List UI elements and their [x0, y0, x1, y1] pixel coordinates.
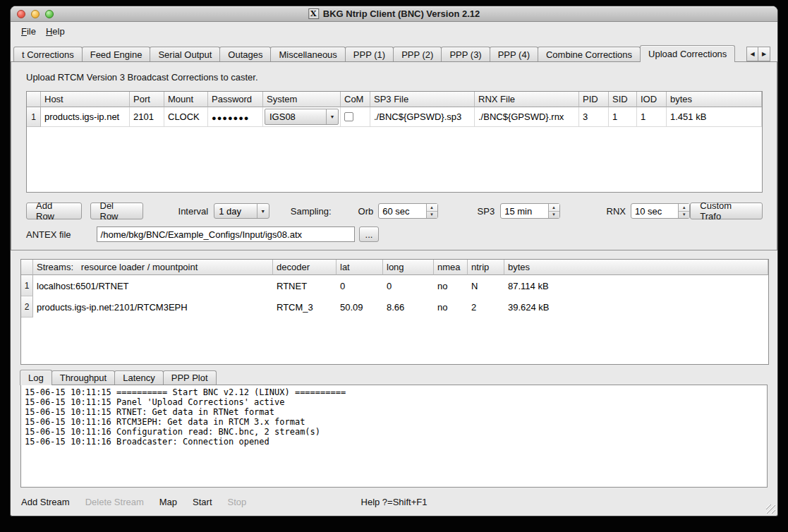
upload-table: Host Port Mount Password System CoM SP3 …: [26, 91, 763, 193]
interval-combobox[interactable]: 1 day ▼: [214, 203, 269, 219]
streams-header-row: Streams: resource loader / mountpoint de…: [21, 260, 768, 275]
col-header-com: CoM: [341, 92, 370, 107]
lat-cell: 50.09: [337, 296, 383, 318]
iod-cell[interactable]: 1: [637, 107, 667, 127]
upload-controls-row: Add Row Del Row Interval 1 day ▼ Samplin…: [26, 202, 763, 219]
mount-cell[interactable]: CLOCK: [164, 107, 208, 127]
col-header-host: Host: [41, 92, 130, 107]
long-cell: 8.66: [383, 296, 434, 318]
tab-serial-output[interactable]: Serial Output: [150, 47, 220, 61]
map-button[interactable]: Map: [159, 497, 177, 507]
rnx-file-cell[interactable]: ./BNC${GPSWD}.rnx: [475, 107, 579, 127]
table-corner: [27, 92, 41, 107]
rnx-sampling-spinbox[interactable]: 10 sec ▲ ▼: [631, 203, 690, 219]
sp3-sampling-spinbox[interactable]: 15 min ▲ ▼: [500, 203, 559, 219]
tab-scroll-left-icon[interactable]: ◀: [746, 47, 758, 61]
bottom-button-bar: Add Stream Delete Stream Map Start Stop …: [11, 488, 777, 516]
tab-feed-engine[interactable]: Feed Engine: [82, 47, 151, 61]
system-cell: IGS08 ▼: [263, 107, 341, 127]
menu-file[interactable]: File: [16, 24, 41, 39]
spin-up-icon[interactable]: ▲: [549, 204, 559, 212]
antex-browse-button[interactable]: ...: [359, 226, 380, 242]
log-line: 15-06-15 10:11:15 ========== Start BNC v…: [25, 387, 763, 397]
tab-ppp-4[interactable]: PPP (4): [490, 47, 538, 61]
col-header-nmea: nmea: [434, 260, 468, 275]
tab-throughput[interactable]: Throughput: [51, 370, 116, 385]
add-row-button[interactable]: Add Row: [26, 202, 82, 219]
tab-broadcast-corrections[interactable]: t Corrections: [13, 47, 83, 61]
add-stream-button[interactable]: Add Stream: [21, 497, 70, 507]
password-cell[interactable]: ●●●●●●●: [208, 107, 263, 127]
spin-down-icon[interactable]: ▼: [549, 212, 559, 219]
port-cell[interactable]: 2101: [130, 107, 164, 127]
col-header-long: long: [383, 260, 434, 275]
minimize-button[interactable]: [31, 10, 40, 18]
spin-down-icon[interactable]: ▼: [427, 212, 437, 219]
col-header-bytes: bytes: [667, 92, 762, 107]
tab-outages[interactable]: Outages: [219, 47, 271, 61]
sp3-sampling-value: 15 min: [501, 204, 547, 218]
antex-file-input[interactable]: /home/bkg/BNC/Example_Configs/Input/igs0…: [97, 226, 355, 242]
tab-ppp-3[interactable]: PPP (3): [441, 47, 490, 61]
resize-grip[interactable]: [766, 504, 775, 514]
tab-upload-corrections[interactable]: Upload Corrections: [640, 45, 735, 62]
sp3-file-cell[interactable]: ./BNC${GPSWD}.sp3: [370, 107, 475, 127]
traffic-lights: [17, 10, 54, 18]
tab-miscellaneous[interactable]: Miscellaneous: [270, 47, 345, 61]
tab-latency[interactable]: Latency: [114, 370, 164, 385]
stream-row[interactable]: 1 localhost:6501/RTNET RTNET 0 0 no N 87…: [21, 275, 768, 296]
menu-help[interactable]: Help: [41, 24, 70, 39]
sp3-label: SP3: [478, 206, 495, 217]
rnx-sampling-value: 10 sec: [631, 204, 678, 218]
orb-sampling-spinbox[interactable]: 60 sec ▲ ▼: [378, 203, 437, 219]
com-checkbox[interactable]: [344, 112, 353, 121]
tab-log[interactable]: Log: [20, 370, 52, 385]
log-line: 15-06-15 10:11:16 Configuration read: BN…: [25, 427, 763, 437]
panel-description: Upload RTCM Version 3 Broadcast Correcti…: [26, 72, 763, 83]
spin-up-icon[interactable]: ▲: [427, 204, 437, 212]
log-output[interactable]: 15-06-15 10:11:15 ========== Start BNC v…: [20, 385, 768, 488]
row-number[interactable]: 1: [27, 107, 41, 127]
col-header-lat: lat: [337, 260, 383, 275]
system-combobox[interactable]: IGS08 ▼: [265, 109, 339, 125]
tab-ppp-1[interactable]: PPP (1): [345, 47, 394, 61]
pid-cell[interactable]: 3: [579, 107, 609, 127]
tab-scroll-buttons: ◀ ▶: [746, 47, 770, 61]
stream-row[interactable]: 2 products.igs-ip.net:2101/RTCM3EPH RTCM…: [21, 296, 768, 318]
upload-row[interactable]: 1 products.igs-ip.net 2101 CLOCK ●●●●●●●…: [27, 107, 762, 127]
col-header-bytes: bytes: [504, 260, 768, 275]
orb-spin-buttons: ▲ ▼: [426, 204, 437, 218]
row-number[interactable]: 2: [21, 296, 33, 318]
zoom-button[interactable]: [45, 10, 54, 18]
col-header-system: System: [263, 92, 341, 107]
custom-trafo-button[interactable]: Custom Trafo: [690, 202, 763, 219]
bnc-window: X BKG Ntrip Client (BNC) Version 2.12 Fi…: [10, 6, 778, 516]
table-corner: [21, 260, 33, 275]
row-number[interactable]: 1: [21, 275, 33, 296]
chevron-down-icon: ▼: [326, 109, 338, 124]
title-bar[interactable]: X BKG Ntrip Client (BNC) Version 2.12: [11, 6, 777, 22]
del-row-button[interactable]: Del Row: [90, 202, 143, 219]
rnx-label: RNX: [607, 206, 626, 217]
tab-ppp-plot[interactable]: PPP Plot: [163, 370, 217, 385]
com-cell: [341, 107, 370, 127]
interval-label: Interval: [178, 206, 209, 217]
decoder-cell: RTNET: [273, 275, 337, 296]
tab-ppp-2[interactable]: PPP (2): [393, 47, 442, 61]
help-shortcut-label: Help ?=Shift+F1: [361, 497, 428, 507]
log-line: 15-06-15 10:11:16 RTCM3EPH: Get data in …: [25, 417, 763, 427]
streams-table: Streams: resource loader / mountpoint de…: [20, 259, 769, 365]
col-header-mount: Mount: [164, 92, 208, 107]
delete-stream-button: Delete Stream: [85, 497, 144, 507]
tab-combine-corrections[interactable]: Combine Corrections: [538, 47, 641, 61]
bytes-cell: 39.624 kB: [504, 296, 768, 318]
tab-scroll-right-icon[interactable]: ▶: [758, 47, 770, 61]
sid-cell[interactable]: 1: [609, 107, 637, 127]
spin-up-icon[interactable]: ▲: [679, 204, 689, 212]
spin-down-icon[interactable]: ▼: [679, 212, 689, 219]
host-cell[interactable]: products.igs-ip.net: [41, 107, 130, 127]
start-button[interactable]: Start: [193, 497, 212, 507]
window-title-text: BKG Ntrip Client (BNC) Version 2.12: [323, 8, 480, 19]
close-button[interactable]: [17, 10, 25, 18]
menu-bar: File Help: [11, 22, 777, 40]
